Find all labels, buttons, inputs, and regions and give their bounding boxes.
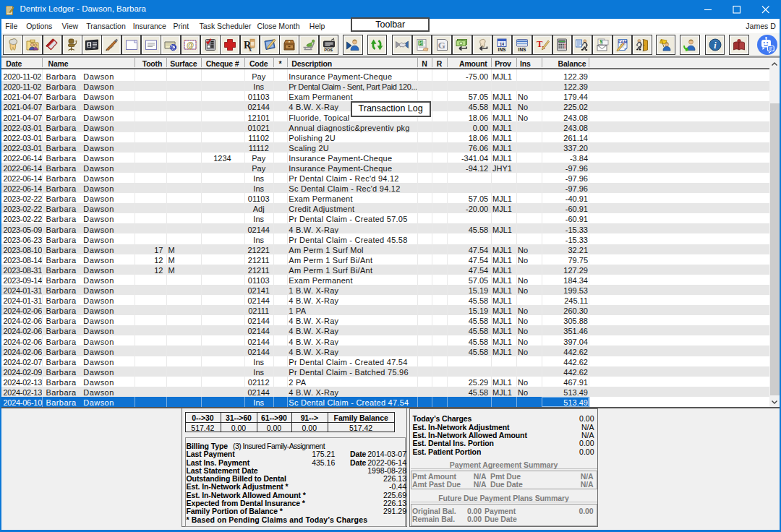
svg-text:$: $ — [599, 39, 602, 45]
svg-text:@: @ — [187, 40, 194, 48]
svg-text:G: G — [438, 39, 445, 50]
svg-text:PD$: PD$ — [324, 47, 333, 51]
svg-text:x: x — [249, 46, 252, 52]
svg-text:14: 14 — [500, 42, 505, 46]
svg-text:INS: INS — [518, 47, 527, 52]
svg-text:$: $ — [419, 40, 422, 46]
svg-text:INS: INS — [498, 47, 507, 52]
